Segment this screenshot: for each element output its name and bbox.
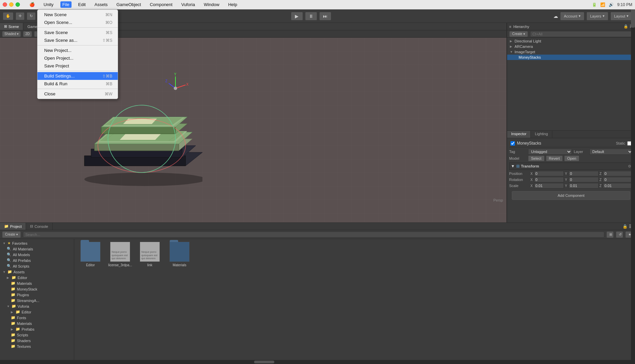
- play-button[interactable]: ▶: [291, 12, 303, 21]
- position-z-field[interactable]: [603, 171, 633, 176]
- doc-icon: Neque porro quisquam est qui dolorem: [140, 242, 160, 262]
- component-menu[interactable]: Component: [148, 1, 174, 8]
- vuforia-editor[interactable]: ▶ 📁 Editor: [0, 309, 74, 315]
- editor-folder[interactable]: ▶ 📁 Editor: [0, 275, 74, 280]
- file-editor[interactable]: Editor: [77, 242, 104, 267]
- inspector-object-header: MoneyStacks Static: [509, 140, 633, 147]
- tag-dropdown[interactable]: Untagged: [528, 149, 572, 155]
- save-scene-as-item[interactable]: Save Scene as... ⇧⌘S: [37, 36, 118, 44]
- file-link[interactable]: Neque porro quisquam est qui dolorem lin…: [136, 242, 163, 267]
- inspector-active-checkbox[interactable]: [510, 141, 515, 146]
- save-scene-item[interactable]: Save Scene ⌘S: [37, 29, 118, 36]
- vuforia-scripts[interactable]: 📁 Scripts: [0, 332, 74, 338]
- add-component-button[interactable]: Add Component: [512, 191, 630, 200]
- assets-menu[interactable]: Assets: [92, 1, 110, 8]
- hierarchy-arcamera[interactable]: ▶ ARCamera: [507, 44, 635, 49]
- hierarchy-create-button[interactable]: Create ▾: [509, 31, 528, 37]
- step-button[interactable]: ⏭: [319, 12, 331, 21]
- tab-console[interactable]: ⊟ Console: [26, 223, 52, 230]
- all-prefabs-item[interactable]: 🔍 All Prefabs: [0, 257, 74, 263]
- traffic-lights: [3, 2, 20, 7]
- account-button[interactable]: Account ▾: [560, 12, 584, 21]
- position-y-field[interactable]: [569, 171, 599, 176]
- close-button[interactable]: [3, 2, 7, 7]
- scrollbar-thumb-h[interactable]: [254, 361, 274, 363]
- all-models-item[interactable]: 🔍 All Models: [0, 252, 74, 257]
- layout-button[interactable]: Layout ▾: [610, 12, 632, 21]
- search-filter-button[interactable]: ⊞: [606, 231, 614, 238]
- file-materials[interactable]: Materials: [166, 242, 193, 267]
- rotate-tool[interactable]: ↻: [27, 12, 36, 20]
- all-materials-item[interactable]: 🔍 All Materials: [0, 246, 74, 252]
- scale-x-field[interactable]: [534, 183, 564, 188]
- hand-tool[interactable]: ✋: [3, 12, 13, 20]
- file-menu[interactable]: File: [60, 1, 72, 8]
- horizontal-scrollbar[interactable]: [0, 360, 635, 364]
- help-menu[interactable]: Help: [226, 1, 239, 8]
- tab-lighting[interactable]: Lighting: [531, 131, 552, 138]
- select-button[interactable]: Select: [528, 155, 545, 161]
- save-project-item[interactable]: Save Project: [37, 62, 118, 70]
- new-scene-item[interactable]: New Scene ⌘N: [37, 11, 118, 19]
- vuforia-folder[interactable]: ▼ 📁 Vuforia: [0, 303, 74, 309]
- vuforia-fonts[interactable]: 📁 Fonts: [0, 315, 74, 321]
- position-x-field[interactable]: [534, 171, 564, 176]
- refresh-button[interactable]: ↺: [616, 231, 623, 238]
- pause-button[interactable]: ⏸: [305, 12, 317, 21]
- open-scene-item[interactable]: Open Scene... ⌘O: [37, 19, 118, 26]
- plugins-subfolder[interactable]: 📁 Plugins: [0, 292, 74, 298]
- scale-y-field[interactable]: [569, 183, 599, 188]
- hierarchy-search[interactable]: [530, 31, 633, 37]
- shaded-button[interactable]: Shaded ▾: [2, 31, 21, 37]
- tab-project[interactable]: 📁 Project: [0, 223, 26, 230]
- vuforia-prefabs[interactable]: ▶ 📁 Prefabs: [0, 326, 74, 332]
- x-axis-label: X: [530, 184, 533, 188]
- minimize-button[interactable]: [9, 2, 13, 7]
- chevron-down-icon: ▾: [603, 14, 605, 18]
- maximize-button[interactable]: [16, 2, 20, 7]
- revert-button[interactable]: Revert: [546, 155, 563, 161]
- project-create-button[interactable]: Create ▾: [2, 231, 21, 238]
- game-tab-label: Game: [27, 25, 37, 29]
- tab-inspector[interactable]: Inspector: [507, 131, 531, 138]
- lock-icon[interactable]: 🔒: [623, 224, 628, 229]
- transform-header[interactable]: ▼ ⊞ Transform ⚙: [509, 162, 633, 170]
- build-settings-item[interactable]: Build Settings... ⇧⌘B: [37, 72, 118, 80]
- hierarchy-moneystacks[interactable]: MoneyStacks: [507, 55, 635, 60]
- materials-subfolder[interactable]: 📁 Materials: [0, 280, 74, 286]
- hierarchy-imagetarget[interactable]: ▼ ImageTarget: [507, 49, 635, 55]
- all-scripts-item[interactable]: 🔍 All Scripts: [0, 263, 74, 269]
- rotation-z-field[interactable]: [603, 177, 633, 182]
- scale-z-field[interactable]: [603, 183, 633, 188]
- scrollbar-track[interactable]: [631, 239, 635, 360]
- favorites-folder[interactable]: ▼ ★ Favorites: [0, 240, 74, 246]
- hierarchy-directional-light[interactable]: ▶ Directional Light: [507, 38, 635, 44]
- app-name[interactable]: Unity: [42, 1, 56, 8]
- file-license[interactable]: Neque porro quisquam est qui dolorem lic…: [107, 242, 134, 267]
- vuforia-shaders[interactable]: 📁 Shaders: [0, 338, 74, 343]
- apple-menu[interactable]: 🍎: [27, 1, 37, 8]
- tab-scene[interactable]: ⊞ Scene: [0, 23, 23, 30]
- project-search[interactable]: [23, 232, 604, 238]
- lock-icon[interactable]: 🔒: [624, 24, 628, 29]
- new-project-item[interactable]: New Project...: [37, 47, 118, 54]
- vuforia-textures[interactable]: 📁 Textures: [0, 343, 74, 349]
- layer-dropdown[interactable]: Default: [589, 149, 633, 155]
- rotation-y-field[interactable]: [569, 177, 599, 182]
- rotation-x-field[interactable]: [534, 177, 564, 182]
- gameobject-menu[interactable]: GameObject: [114, 1, 143, 8]
- window-menu[interactable]: Window: [202, 1, 221, 8]
- vuforia-menu[interactable]: Vuforia: [179, 1, 197, 8]
- assets-root[interactable]: ▼ 📁 Assets: [0, 269, 74, 275]
- open-button[interactable]: Open: [564, 155, 579, 161]
- close-item[interactable]: Close ⌘W: [37, 90, 118, 98]
- move-tool[interactable]: ✛: [16, 12, 25, 20]
- 2d-button[interactable]: 2D: [23, 31, 32, 37]
- edit-menu[interactable]: Edit: [76, 1, 88, 8]
- layers-button[interactable]: Layers ▾: [586, 12, 608, 21]
- build-run-item[interactable]: Build & Run ⌘B: [37, 80, 118, 88]
- streaming-subfolder[interactable]: 📁 StreamingA...: [0, 298, 74, 303]
- moneystack-subfolder[interactable]: 📁 MoneyStack: [0, 286, 74, 292]
- open-project-item[interactable]: Open Project...: [37, 54, 118, 62]
- vuforia-materials[interactable]: 📁 Materials: [0, 321, 74, 326]
